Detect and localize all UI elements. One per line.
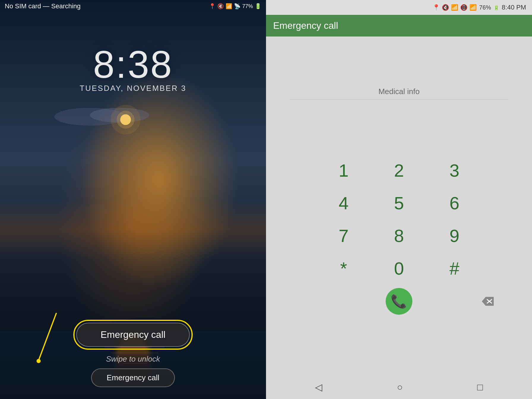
wifi-icon: 📶 [226, 3, 232, 10]
mute-icon: 🔇 [217, 3, 224, 10]
dialer-signal-bars-icon: 📶 [469, 4, 477, 11]
dialer-signal-x-icon: 📵 [460, 4, 468, 11]
emergency-call-small-button[interactable]: Emergency call [91, 368, 175, 387]
battery-icon: 🔋 [255, 3, 261, 10]
call-button[interactable]: 📞 [386, 288, 412, 315]
key-9[interactable]: 9 [427, 220, 482, 252]
nav-recent-button[interactable]: □ [471, 379, 489, 396]
svg-point-10 [37, 359, 41, 363]
dialer-actions: 📞 [266, 285, 532, 321]
key-0[interactable]: 0 [371, 252, 427, 285]
emergency-call-highlight-box: Emergency call [73, 320, 193, 350]
signal-icon: 📡 [234, 3, 240, 10]
dialer-battery: 76% [479, 4, 491, 11]
spacer [297, 288, 324, 315]
phone-icon: 📞 [391, 294, 407, 309]
key-6[interactable]: 6 [427, 187, 482, 220]
key-7[interactable]: 7 [316, 220, 371, 252]
battery-text: 77% [242, 3, 253, 10]
key-5[interactable]: 5 [371, 187, 427, 220]
keypad-area: 1 2 3 4 5 6 7 8 9 * 0 # 📞 [266, 99, 532, 375]
key-hash[interactable]: # [427, 252, 482, 285]
carrier-text: No SIM card — Searching [5, 2, 81, 10]
dialer-status-bar: 📍 🔇 📶 📵 📶 76% 🔋 8:40 PM [266, 0, 532, 15]
backspace-button[interactable] [474, 288, 501, 315]
nav-home-button[interactable]: ○ [391, 379, 408, 396]
lock-status-bar: No SIM card — Searching 📍 🔇 📶 📡 77% 🔋 [0, 0, 266, 12]
location-icon: 📍 [209, 3, 216, 10]
key-4[interactable]: 4 [316, 187, 371, 220]
svg-point-4 [111, 105, 140, 134]
key-3[interactable]: 3 [427, 154, 482, 187]
dialer-mute-icon: 🔇 [442, 4, 449, 11]
dialer-status-icons: 📍 🔇 📶 📵 📶 [433, 4, 477, 11]
swipe-to-unlock-text: Swipe to unlock [106, 354, 160, 364]
medical-info-area: Medical info [290, 78, 508, 99]
key-8[interactable]: 8 [371, 220, 427, 252]
nav-bar: ◁ ○ □ [266, 375, 532, 399]
key-1[interactable]: 1 [316, 154, 371, 187]
keypad-grid: 1 2 3 4 5 6 7 8 9 * 0 # [316, 154, 482, 285]
lock-screen: No SIM card — Searching 📍 🔇 📶 📡 77% 🔋 8:… [0, 0, 266, 399]
nav-back-button[interactable]: ◁ [309, 379, 328, 396]
key-2[interactable]: 2 [371, 154, 427, 187]
clock-date: TUESDAY, NOVEMBER 3 [0, 84, 266, 93]
dialer-screen: 📍 🔇 📶 📵 📶 76% 🔋 8:40 PM Emergency call M… [266, 0, 532, 399]
clock-container: 8:38 TUESDAY, NOVEMBER 3 [0, 42, 266, 93]
clock-time: 8:38 [0, 42, 266, 87]
medical-info-section: Medical info [266, 72, 532, 99]
svg-line-9 [39, 313, 56, 360]
dialer-location-icon: 📍 [433, 4, 440, 11]
dialer-number-display [266, 37, 532, 72]
key-star[interactable]: * [316, 252, 371, 285]
dialer-time: 8:40 PM [502, 4, 526, 11]
moon-area [0, 99, 266, 134]
dialer-battery-icon: 🔋 [493, 5, 499, 10]
status-icons: 📍 🔇 📶 📡 77% 🔋 [209, 3, 261, 10]
annotation-arrow [24, 310, 89, 369]
emergency-call-main-button[interactable]: Emergency call [76, 323, 190, 347]
dialer-title: Emergency call [273, 20, 338, 31]
medical-info-text: Medical info [379, 87, 420, 96]
dialer-header: Emergency call [266, 15, 532, 37]
dialer-wifi-icon: 📶 [451, 4, 458, 11]
